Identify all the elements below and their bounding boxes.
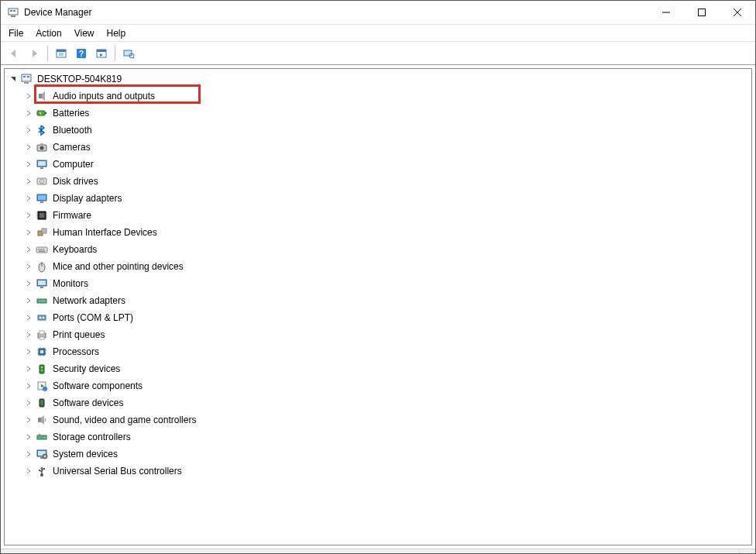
tree-category-node[interactable]: Monitors bbox=[5, 275, 751, 292]
menu-action[interactable]: Action bbox=[29, 26, 67, 40]
tree-category-node[interactable]: + Software components bbox=[5, 377, 751, 394]
show-hidden-button[interactable] bbox=[52, 44, 70, 63]
category-label: Disk drives bbox=[51, 175, 100, 188]
expand-arrow-icon[interactable] bbox=[23, 227, 34, 238]
device-tree[interactable]: DESKTOP-504K819 Audio inputs and outputs… bbox=[4, 68, 752, 545]
help-button[interactable]: ? bbox=[72, 44, 91, 63]
tree-category-node[interactable]: Storage controllers bbox=[5, 428, 751, 446]
computer-icon bbox=[36, 158, 48, 170]
svg-point-81 bbox=[41, 370, 43, 371]
expand-arrow-icon[interactable] bbox=[23, 125, 34, 136]
sound-icon bbox=[36, 414, 48, 426]
svg-point-61 bbox=[41, 301, 42, 301]
expand-arrow-icon[interactable] bbox=[23, 91, 34, 102]
printer-icon bbox=[36, 329, 48, 341]
expand-arrow-icon[interactable] bbox=[23, 176, 34, 187]
processor-icon bbox=[36, 346, 48, 358]
svg-rect-49 bbox=[38, 249, 40, 250]
software-comp-icon: + bbox=[36, 380, 48, 392]
svg-rect-68 bbox=[40, 337, 44, 339]
expand-arrow-icon[interactable] bbox=[23, 466, 34, 477]
menubar: File Action View Help bbox=[1, 25, 755, 42]
tree-category-node[interactable]: Audio inputs and outputs bbox=[5, 88, 751, 105]
expand-arrow-icon[interactable] bbox=[23, 380, 34, 391]
tree-category-node[interactable]: Firmware bbox=[5, 207, 751, 224]
svg-rect-51 bbox=[43, 249, 44, 250]
category-label: Software components bbox=[51, 380, 144, 392]
tree-category-node[interactable]: Batteries bbox=[5, 105, 751, 122]
svg-rect-3 bbox=[11, 15, 15, 17]
category-label: Audio inputs and outputs bbox=[51, 90, 156, 102]
tree-category-node[interactable]: Universal Serial Bus controllers bbox=[5, 463, 751, 480]
svg-rect-19 bbox=[22, 74, 31, 81]
expand-arrow-icon[interactable] bbox=[23, 244, 34, 255]
svg-rect-67 bbox=[40, 331, 44, 334]
tree-category-node[interactable]: Human Interface Devices bbox=[5, 224, 751, 241]
minimize-button[interactable] bbox=[648, 1, 684, 24]
expand-arrow-icon[interactable] bbox=[23, 142, 34, 153]
tree-category-node[interactable]: System devices bbox=[5, 446, 751, 463]
svg-rect-20 bbox=[23, 76, 26, 77]
expand-arrow-icon[interactable] bbox=[23, 193, 34, 204]
tree-category-node[interactable]: Keyboards bbox=[5, 241, 751, 258]
category-label: Mice and other pointing devices bbox=[51, 260, 185, 273]
close-button[interactable] bbox=[720, 1, 755, 24]
category-label: Human Interface Devices bbox=[51, 226, 159, 239]
tree-category-node[interactable]: Display adapters bbox=[5, 190, 751, 207]
expand-arrow-icon[interactable] bbox=[23, 346, 34, 357]
tree-category-node[interactable]: Processors bbox=[5, 343, 751, 360]
expand-arrow-icon[interactable] bbox=[23, 278, 34, 289]
tree-category-node[interactable]: Software devices bbox=[5, 394, 751, 411]
expand-arrow-icon[interactable] bbox=[8, 74, 19, 84]
expand-arrow-icon[interactable] bbox=[23, 329, 34, 340]
category-label: Bluetooth bbox=[51, 124, 94, 136]
expand-arrow-icon[interactable] bbox=[23, 295, 34, 306]
menu-view[interactable]: View bbox=[68, 26, 101, 40]
scan-button[interactable] bbox=[119, 44, 138, 63]
software-dev-icon bbox=[36, 397, 48, 409]
svg-text:?: ? bbox=[79, 50, 84, 58]
tree-category-node[interactable]: Computer bbox=[5, 156, 751, 173]
svg-rect-86 bbox=[40, 400, 43, 404]
expand-arrow-icon[interactable] bbox=[23, 108, 34, 119]
expand-arrow-icon[interactable] bbox=[23, 432, 34, 442]
expand-arrow-icon[interactable] bbox=[23, 312, 34, 323]
tree-category-node[interactable]: Mice and other pointing devices bbox=[5, 258, 751, 275]
svg-point-34 bbox=[41, 181, 43, 182]
tree-category-node[interactable]: Cameras bbox=[5, 139, 751, 156]
app-icon bbox=[7, 6, 19, 19]
expand-arrow-icon[interactable] bbox=[23, 397, 34, 408]
toolbar: ? bbox=[1, 42, 755, 65]
category-label: Ports (COM & LPT) bbox=[51, 311, 135, 324]
tree-category-node[interactable]: Bluetooth bbox=[5, 122, 751, 139]
tree-root-node[interactable]: DESKTOP-504K819 bbox=[5, 71, 751, 88]
svg-rect-56 bbox=[38, 280, 46, 285]
action-button[interactable] bbox=[92, 44, 111, 63]
toolbar-separator bbox=[115, 46, 115, 61]
mouse-icon bbox=[36, 260, 48, 273]
maximize-button[interactable] bbox=[684, 1, 720, 24]
tree-category-node[interactable]: Ports (COM & LPT) bbox=[5, 309, 751, 326]
category-label: Cameras bbox=[51, 141, 92, 153]
expand-arrow-icon[interactable] bbox=[23, 210, 34, 221]
hid-icon bbox=[36, 226, 48, 239]
tree-category-node[interactable]: Sound, video and game controllers bbox=[5, 411, 751, 428]
expand-arrow-icon[interactable] bbox=[23, 159, 34, 170]
svg-rect-15 bbox=[97, 50, 106, 52]
tree-category-node[interactable]: Security devices bbox=[5, 360, 751, 377]
back-button[interactable] bbox=[5, 44, 23, 63]
tree-category-node[interactable]: Print queues bbox=[5, 326, 751, 343]
expand-arrow-icon[interactable] bbox=[23, 261, 34, 272]
svg-rect-57 bbox=[40, 287, 43, 288]
tree-category-node[interactable]: Network adapters bbox=[5, 292, 751, 309]
menu-file[interactable]: File bbox=[2, 26, 29, 40]
menu-help[interactable]: Help bbox=[101, 26, 132, 40]
titlebar: Device Manager bbox=[1, 1, 755, 25]
expand-arrow-icon[interactable] bbox=[23, 363, 34, 374]
statusbar bbox=[1, 549, 755, 554]
svg-rect-25 bbox=[45, 112, 46, 114]
forward-button[interactable] bbox=[25, 44, 43, 63]
expand-arrow-icon[interactable] bbox=[23, 449, 34, 459]
tree-category-node[interactable]: Disk drives bbox=[5, 173, 751, 190]
expand-arrow-icon[interactable] bbox=[23, 415, 34, 425]
